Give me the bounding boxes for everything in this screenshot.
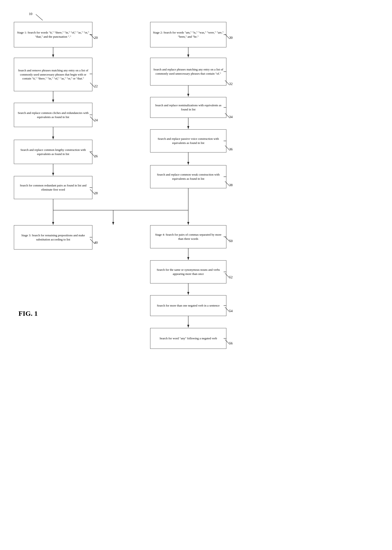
- ref-30: 30: [229, 36, 233, 40]
- ref-40: 40: [94, 241, 98, 245]
- svg-line-1: [36, 14, 43, 20]
- box-32: Search and replace phrases matching any …: [150, 58, 226, 85]
- ref-24: 24: [94, 118, 98, 122]
- ref-28: 28: [94, 191, 98, 195]
- ref-32: 32: [229, 82, 233, 86]
- box-22: Search and remove phrases matching any e…: [14, 58, 92, 91]
- box-52: Search for the same or synonymous nouns …: [150, 260, 226, 283]
- fig-label: FIG. 1: [19, 310, 38, 317]
- box-stage3: Stage 3: Search for remaining prepositio…: [14, 225, 92, 250]
- ref-54: 54: [229, 309, 233, 313]
- box-34: Search and replace nominalizations with …: [150, 97, 226, 118]
- ref-10: 10: [29, 12, 32, 16]
- ref-20: 20: [94, 36, 98, 40]
- ref-36: 36: [229, 147, 233, 151]
- diagram: Stage 1: Search for words "it," "there,"…: [0, 0, 392, 550]
- box-38: Search and replace common weak construct…: [150, 165, 226, 188]
- ref-22: 22: [94, 84, 98, 88]
- box-stage4: Stage 4: Search for pairs of commas sepa…: [150, 225, 226, 248]
- ref-50: 50: [229, 239, 233, 243]
- ref-26: 26: [94, 154, 98, 158]
- box-26: Search and replace common lengthy constr…: [14, 140, 92, 164]
- box-54: Search for more than one negated verb in…: [150, 295, 226, 316]
- box-stage2: Stage 2: Search for words "am," "is," "w…: [150, 22, 226, 47]
- ref-52: 52: [229, 275, 233, 279]
- box-stage1: Stage 1: Search for words "it," "there,"…: [14, 22, 92, 47]
- ref-38: 38: [229, 183, 233, 187]
- box-24: Search and replace common cliches and re…: [14, 103, 92, 127]
- ref-34: 34: [229, 115, 233, 119]
- box-36: Search and replace passive voice constru…: [150, 129, 226, 153]
- ref-56: 56: [229, 341, 233, 345]
- box-56: Search for word "any" following a negate…: [150, 328, 226, 349]
- box-28: Search for common redundant pairs as fou…: [14, 176, 92, 199]
